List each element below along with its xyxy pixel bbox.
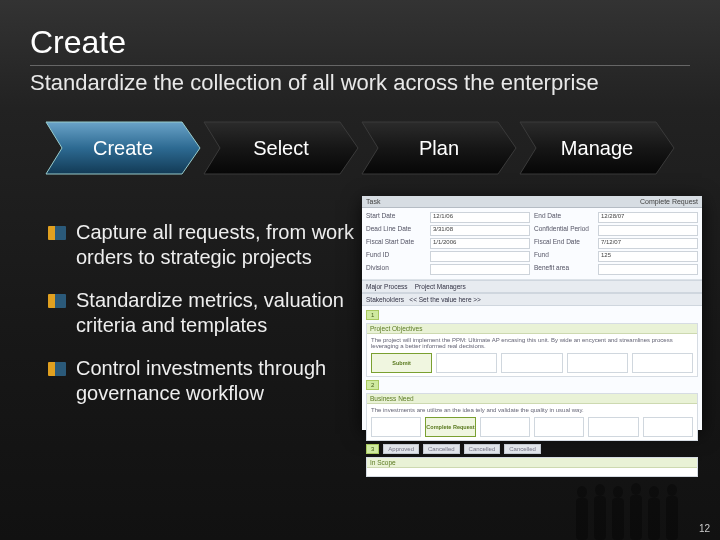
form-label: Confidential Period xyxy=(534,225,594,236)
page-number: 12 xyxy=(699,523,710,534)
form-label: Fund ID xyxy=(366,251,426,262)
bullet-item: Control investments through governance w… xyxy=(48,356,368,406)
form-label: Benefit area xyxy=(534,264,594,275)
form-label: Fiscal End Date xyxy=(534,238,594,249)
status-tab: Cancelled xyxy=(423,444,460,454)
panel-objectives: Project Objectives The project will impl… xyxy=(366,323,698,377)
svg-point-8 xyxy=(649,486,659,498)
form-label: End Date xyxy=(534,212,594,223)
screenshot-line: Major Process Project Managers xyxy=(362,280,702,293)
bullet-text: Capture all requests, from work orders t… xyxy=(76,220,368,270)
screenshot-stakeholders: Stakeholders << Set the value here >> xyxy=(362,293,702,306)
bullet-list: Capture all requests, from work orders t… xyxy=(48,220,368,424)
svg-rect-9 xyxy=(648,498,660,540)
line-label: Project Managers xyxy=(415,283,466,290)
chevron-label: Manage xyxy=(561,137,633,160)
svg-point-6 xyxy=(631,483,641,495)
panel-in-scope: In Scope xyxy=(366,457,698,477)
screenshot-header-right: Complete Request xyxy=(640,198,698,205)
panel-title: Business Need xyxy=(367,394,697,404)
bullet-icon xyxy=(48,362,66,376)
bullet-icon xyxy=(48,294,66,308)
panel-text: The investments are utilize an the idea … xyxy=(371,407,693,413)
tab-3: 3 xyxy=(366,444,379,454)
svg-rect-11 xyxy=(666,496,678,540)
chevron-label: Select xyxy=(253,137,309,160)
line-label: Major Process xyxy=(366,283,408,290)
workflow-box xyxy=(567,353,628,373)
form-label: Division xyxy=(366,264,426,275)
panel-title: In Scope xyxy=(367,458,697,468)
form-label: Fiscal Start Date xyxy=(366,238,426,249)
bullet-text: Control investments through governance w… xyxy=(76,356,368,406)
title-rule xyxy=(30,65,690,66)
panel-title: Project Objectives xyxy=(367,324,697,334)
form-value: 12/1/06 xyxy=(430,212,530,223)
bullet-item: Standardize metrics, valuation criteria … xyxy=(48,288,368,338)
workflow-box xyxy=(643,417,693,437)
workflow-box xyxy=(371,417,421,437)
stake-value: << Set the value here >> xyxy=(409,296,481,303)
svg-rect-1 xyxy=(576,498,588,540)
form-value: 12/28/07 xyxy=(598,212,698,223)
screenshot-header: Task Complete Request xyxy=(362,196,702,208)
svg-rect-7 xyxy=(630,495,642,540)
tab-2: 2 xyxy=(366,380,379,390)
people-silhouette xyxy=(570,478,690,540)
status-tab: Approved xyxy=(383,444,419,454)
chevron-plan: Plan xyxy=(360,120,518,176)
status-tab: Cancelled xyxy=(464,444,501,454)
workflow-box xyxy=(501,353,562,373)
chevron-manage: Manage xyxy=(518,120,676,176)
workflow-box xyxy=(534,417,584,437)
svg-point-4 xyxy=(613,486,623,498)
workflow-box xyxy=(436,353,497,373)
embedded-screenshot: Task Complete Request Start Date12/1/06E… xyxy=(362,196,702,430)
workflow-box: Submit xyxy=(371,353,432,373)
form-value: 125 xyxy=(598,251,698,262)
panel-text: The project will implement the PPM: Ulti… xyxy=(371,337,693,349)
page-subtitle: Standardize the collection of all work a… xyxy=(30,70,690,96)
screenshot-section: 1 Project Objectives The project will im… xyxy=(362,306,702,484)
page-title: Create xyxy=(30,24,690,63)
chevron-create: Create xyxy=(44,120,202,176)
screenshot-form-grid: Start Date12/1/06End Date12/28/07 Dead L… xyxy=(362,208,702,280)
svg-point-2 xyxy=(595,484,605,496)
bullet-item: Capture all requests, from work orders t… xyxy=(48,220,368,270)
form-label: Fund xyxy=(534,251,594,262)
svg-point-0 xyxy=(577,486,587,498)
form-value: 7/12/07 xyxy=(598,238,698,249)
form-value: 3/31/08 xyxy=(430,225,530,236)
form-value xyxy=(430,264,530,275)
panel-business-need: Business Need The investments are utiliz… xyxy=(366,393,698,441)
form-value xyxy=(430,251,530,262)
svg-rect-3 xyxy=(594,496,606,540)
svg-rect-5 xyxy=(612,498,624,540)
workflow-boxes: Complete Request xyxy=(371,417,693,437)
process-chevron-row: Create Select Plan Manage xyxy=(44,120,676,176)
form-label: Dead Line Date xyxy=(366,225,426,236)
bullet-icon xyxy=(48,226,66,240)
status-tab: Cancelled xyxy=(504,444,541,454)
workflow-boxes: Submit xyxy=(371,353,693,373)
workflow-box xyxy=(588,417,638,437)
form-value: 1/1/2006 xyxy=(430,238,530,249)
workflow-box: Complete Request xyxy=(425,417,475,437)
form-value xyxy=(598,264,698,275)
tab-1: 1 xyxy=(366,310,379,320)
title-block: Create Standardize the collection of all… xyxy=(30,24,690,96)
chevron-select: Select xyxy=(202,120,360,176)
screenshot-header-left: Task xyxy=(366,198,380,205)
form-value xyxy=(598,225,698,236)
chevron-label: Plan xyxy=(419,137,459,160)
slide: Create Standardize the collection of all… xyxy=(0,0,720,540)
bullet-text: Standardize metrics, valuation criteria … xyxy=(76,288,368,338)
svg-point-10 xyxy=(667,484,677,496)
form-label: Start Date xyxy=(366,212,426,223)
chevron-label: Create xyxy=(93,137,153,160)
workflow-box xyxy=(480,417,530,437)
workflow-box xyxy=(632,353,693,373)
